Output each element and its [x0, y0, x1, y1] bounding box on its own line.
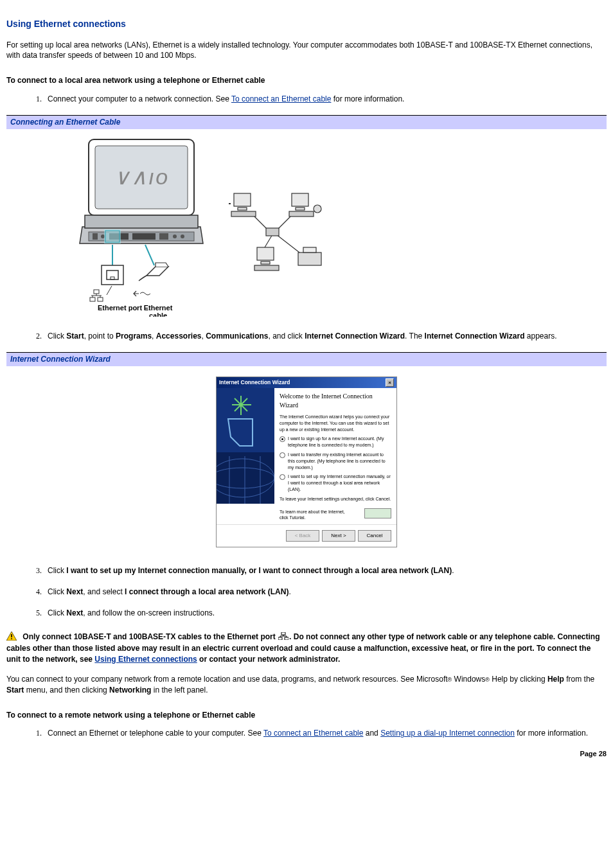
wizard-learn-text: To learn more about the Internet, click …	[280, 509, 350, 522]
svg-rect-38	[298, 252, 321, 265]
close-icon[interactable]: ×	[386, 378, 394, 387]
page-number: Page 28	[6, 749, 607, 759]
svg-rect-31	[231, 211, 256, 217]
step-3: Click I want to set up my Internet conne…	[44, 565, 607, 576]
svg-rect-8	[132, 233, 155, 240]
step-1: Connect your computer to a network conne…	[44, 94, 607, 105]
svg-line-18	[145, 245, 154, 265]
svg-rect-60	[281, 632, 285, 635]
svg-text:∨∧ıo: ∨∧ıo	[114, 164, 169, 189]
ethernet-port-label: Ethernet port	[98, 304, 142, 312]
step-2: Click Start, point to Programs, Accessor…	[44, 331, 607, 342]
network-diagram	[229, 137, 332, 288]
svg-rect-21	[98, 297, 103, 301]
laptop-diagram: ∨∧ıo	[77, 137, 206, 320]
svg-rect-59	[11, 638, 12, 639]
svg-rect-37	[254, 265, 279, 270]
wizard-dialog: Internet Connection Wizard ×	[216, 376, 397, 547]
link-connect-ethernet-2[interactable]: To connect an Ethernet cable	[263, 729, 363, 738]
warning-icon	[6, 632, 17, 644]
svg-text:Ethernet: Ethernet	[144, 304, 173, 312]
wizard-heading: Welcome to the Internet Connection Wizar…	[280, 392, 391, 410]
step-4: Click Next, and select I connect through…	[44, 587, 607, 598]
svg-text:cable: cable	[149, 312, 167, 317]
link-connect-ethernet[interactable]: To connect an Ethernet cable	[231, 94, 331, 103]
wizard-side-graphic	[217, 388, 274, 504]
network-icon	[278, 632, 289, 643]
svg-rect-33	[296, 208, 305, 210]
svg-rect-58	[11, 634, 12, 637]
svg-rect-34	[289, 211, 314, 217]
intro-paragraph: For setting up local area networks (LANs…	[6, 40, 607, 62]
figure1-caption: Connecting an Ethernet Cable	[6, 115, 607, 129]
svg-rect-9	[159, 233, 168, 240]
link-dialup[interactable]: Setting up a dial-up Internet connection	[380, 729, 515, 738]
svg-line-44	[276, 235, 299, 252]
svg-rect-62	[285, 637, 289, 640]
svg-rect-39	[303, 247, 316, 252]
svg-rect-15	[102, 265, 123, 285]
svg-line-43	[265, 235, 272, 247]
svg-rect-36	[261, 261, 270, 264]
svg-rect-52	[217, 452, 274, 504]
wizard-option-2[interactable]: I want to transfer my existing Internet …	[280, 452, 391, 470]
wizard-option-3[interactable]: I want to set up my Internet connection …	[280, 474, 391, 492]
step1-text-a: Connect your computer to a network conne…	[48, 94, 231, 103]
svg-rect-3	[85, 215, 198, 228]
svg-point-40	[314, 205, 321, 213]
svg-rect-12	[104, 229, 121, 244]
cancel-button[interactable]: Cancel	[358, 530, 391, 542]
remote-paragraph: You can connect to your company network …	[6, 674, 607, 696]
svg-line-26	[107, 286, 112, 295]
warning-block: Only connect 10BASE-T and 100BASE-TX cab…	[6, 632, 607, 665]
svg-rect-30	[238, 208, 247, 210]
wizard-titlebar: Internet Connection Wizard	[219, 379, 290, 387]
tutorial-button[interactable]	[364, 508, 391, 518]
back-button: < Back	[286, 530, 319, 542]
section2-step-1: Connect an Ethernet or telephone cable t…	[44, 728, 607, 739]
link-using-ethernet[interactable]: Using Ethernet connections	[94, 655, 197, 664]
step-5: Click Next, and follow the on-screen ins…	[44, 608, 607, 619]
svg-rect-32	[292, 193, 308, 206]
svg-rect-5	[93, 233, 98, 240]
wizard-leave-text: To leave your Internet settings unchange…	[280, 496, 391, 502]
figure2: Internet Connection Wizard ×	[6, 370, 607, 554]
next-button[interactable]: Next >	[322, 530, 355, 542]
svg-rect-20	[90, 297, 95, 301]
section1-heading: To connect to a local area network using…	[6, 75, 607, 86]
step1-text-b: for more information.	[331, 94, 404, 103]
svg-rect-61	[278, 637, 282, 640]
wizard-intro: The Internet Connection wizard helps you…	[280, 414, 391, 432]
svg-rect-35	[257, 247, 274, 260]
svg-rect-19	[94, 290, 99, 294]
svg-rect-45	[266, 228, 279, 236]
svg-rect-29	[234, 193, 251, 206]
svg-point-11	[181, 235, 184, 238]
figure1: ∨∧ıo	[6, 133, 607, 320]
wizard-option-1[interactable]: I want to sign up for a new Internet acc…	[280, 436, 391, 448]
page-title: Using Ethernet connections	[6, 18, 607, 31]
figure2-caption: Internet Connection Wizard	[6, 352, 607, 366]
svg-point-10	[173, 235, 177, 238]
section2-heading: To connect to a remote network using a t…	[6, 710, 607, 721]
